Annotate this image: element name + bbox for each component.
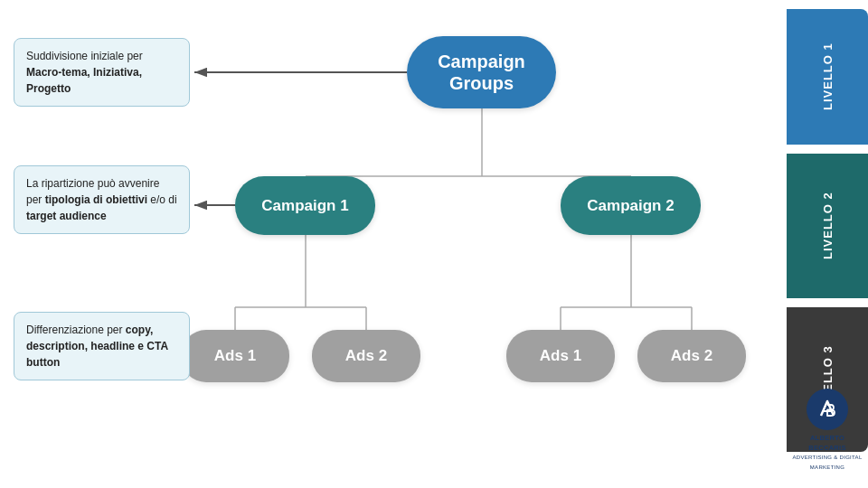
annotation-level2: La ripartizione può avvenire per tipolog… — [14, 165, 190, 234]
level-1-badge: LIVELLO 1 — [787, 9, 868, 145]
level-2-label: LIVELLO 2 — [821, 192, 835, 260]
ann3-plain-text: Differenziazione per — [26, 324, 126, 336]
sidebar-levels: LIVELLO 1 LIVELLO 2 LIVELLO 3 ALBERTO BE… — [787, 0, 868, 488]
ads-2-campaign-1-node: Ads 2 — [312, 330, 420, 382]
logo-circle — [807, 389, 848, 430]
campaign-groups-node: Campaign Groups — [407, 36, 556, 108]
campaign-groups-label: Campaign Groups — [407, 51, 556, 94]
ann2-bold2-text: target audience — [26, 210, 107, 222]
ads-1-campaign-2-node: Ads 1 — [506, 330, 615, 382]
logo-area: ALBERTO BECCARIS ADVERTISING & DIGITAL M… — [791, 389, 863, 472]
logo-icon — [814, 396, 841, 423]
diagram-area: Campaign Groups Campaign 1 Campaign 2 Ad… — [0, 0, 787, 488]
annotation-level1: Suddivisione iniziale per Macro-tema, In… — [14, 38, 190, 107]
ads-1-c1-label: Ads 1 — [214, 347, 256, 365]
level-2-badge: LIVELLO 2 — [787, 154, 868, 298]
campaign-1-label: Campaign 1 — [261, 197, 348, 215]
level-1-label: LIVELLO 1 — [821, 43, 835, 111]
ads-2-c2-label: Ads 2 — [671, 347, 712, 365]
ads-1-campaign-1-node: Ads 1 — [181, 330, 289, 382]
annotation-level3: Differenziazione per copy, description, … — [14, 312, 190, 380]
ads-2-c1-label: Ads 2 — [345, 347, 387, 365]
campaign-2-node: Campaign 2 — [561, 176, 701, 235]
ann1-plain-text: Suddivisione iniziale per — [26, 50, 143, 62]
campaign-1-node: Campaign 1 — [235, 176, 375, 235]
logo-brand-name: ALBERTO BECCARIS ADVERTISING & DIGITAL M… — [791, 434, 863, 472]
campaign-2-label: Campaign 2 — [587, 197, 674, 215]
ann2-mid-text: e/o di — [147, 193, 177, 206]
ads-2-campaign-2-node: Ads 2 — [637, 330, 746, 382]
ann1-bold-text: Macro-tema, Iniziativa, Progetto — [26, 66, 142, 95]
ann2-bold1-text: tipologia di obiettivi — [45, 193, 147, 206]
ads-1-c2-label: Ads 1 — [540, 347, 581, 365]
